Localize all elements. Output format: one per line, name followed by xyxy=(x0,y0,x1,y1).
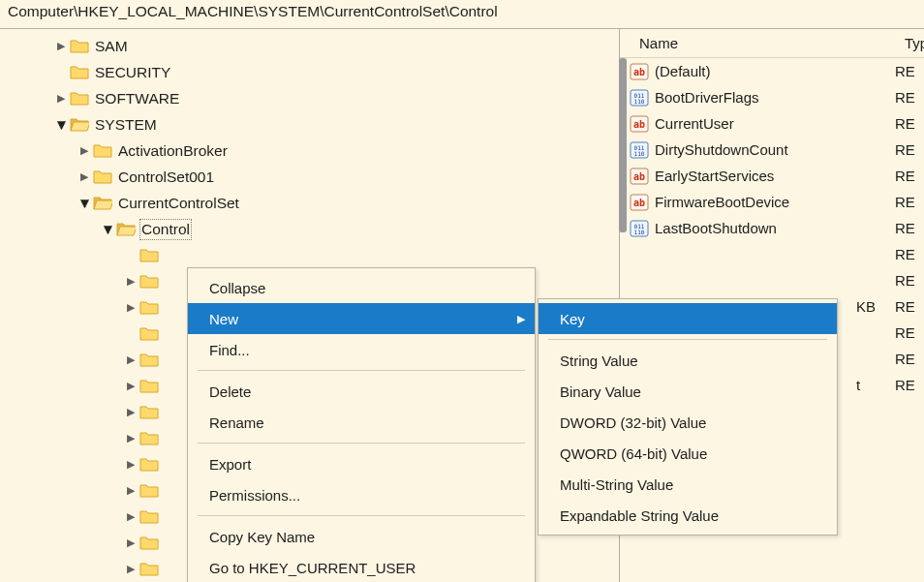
value-type: RE xyxy=(895,194,924,210)
submenu-item-string-value[interactable]: String Value xyxy=(539,345,837,376)
chevron-right-icon[interactable]: ▶ xyxy=(52,92,70,105)
folder-open-icon xyxy=(116,221,136,237)
chevron-right-icon[interactable]: ▶ xyxy=(76,144,93,157)
tree-item-child[interactable] xyxy=(0,242,619,268)
scrollbar-thumb[interactable] xyxy=(619,58,627,232)
menu-item-label: String Value xyxy=(560,352,638,369)
tree-label: ControlSet001 xyxy=(118,168,214,186)
folder-icon xyxy=(139,456,159,473)
tree-item-sam[interactable]: ▶ SAM xyxy=(0,33,619,59)
value-row[interactable]: BootDriverFlagsRE xyxy=(620,84,924,110)
value-name: BootDriverFlags xyxy=(655,89,856,106)
menu-item-label: Permissions... xyxy=(209,487,300,504)
chevron-right-icon[interactable]: ▶ xyxy=(122,432,139,444)
folder-icon xyxy=(139,482,159,499)
context-menu[interactable]: CollapseNew▶Find...DeleteRenameExportPer… xyxy=(187,267,536,582)
value-name: DirtyShutdownCount xyxy=(655,141,856,158)
value-row[interactable]: EarlyStartServicesRE xyxy=(620,163,924,189)
tree-label: Control xyxy=(141,221,190,238)
chevron-right-icon[interactable]: ▶ xyxy=(52,40,70,52)
value-row[interactable]: CurrentUserRE xyxy=(620,110,924,137)
folder-icon xyxy=(139,352,159,368)
menu-item-rename[interactable]: Rename xyxy=(188,407,535,438)
chevron-right-icon[interactable]: ▶ xyxy=(122,406,139,418)
main-area: ▶ SAM SECURITY ▶ SOFTWARE ⯆ SYSTEM ▶ Act… xyxy=(0,29,924,582)
chevron-right-icon[interactable]: ▶ xyxy=(122,353,139,366)
string-value-icon xyxy=(630,115,649,133)
chevron-right-icon[interactable]: ▶ xyxy=(76,170,93,183)
chevron-down-icon[interactable]: ⯆ xyxy=(52,119,70,131)
folder-open-icon xyxy=(70,116,89,133)
tree-item-controlset001[interactable]: ▶ ControlSet001 xyxy=(0,164,619,190)
menu-separator xyxy=(198,515,525,516)
submenu-item-expandable-string-value[interactable]: Expandable String Value xyxy=(539,500,837,531)
menu-item-permissions[interactable]: Permissions... xyxy=(188,479,535,510)
chevron-down-icon[interactable]: ⯆ xyxy=(99,224,116,235)
menu-item-new[interactable]: New▶ xyxy=(188,303,535,334)
value-name: LastBootShutdown xyxy=(655,220,856,236)
string-value-icon xyxy=(630,63,649,80)
chevron-right-icon[interactable]: ▶ xyxy=(122,536,139,549)
tree-label: SYSTEM xyxy=(95,116,157,134)
menu-item-label: Delete xyxy=(209,383,251,400)
tree-item-security[interactable]: SECURITY xyxy=(0,59,619,85)
address-bar[interactable]: Computer\HKEY_LOCAL_MACHINE\SYSTEM\Curre… xyxy=(0,0,924,29)
submenu-item-key[interactable]: Key xyxy=(539,303,837,334)
menu-item-label: Export xyxy=(209,456,251,473)
tree-item-control[interactable]: ⯆ Control xyxy=(0,216,619,242)
value-row[interactable]: DirtyShutdownCountRE xyxy=(620,137,924,163)
tree-label: CurrentControlSet xyxy=(118,195,239,212)
value-row[interactable]: LastBootShutdownRE xyxy=(620,215,924,241)
chevron-right-icon[interactable]: ▶ xyxy=(122,510,139,523)
menu-item-find[interactable]: Find... xyxy=(188,334,535,365)
folder-icon xyxy=(139,535,159,551)
submenu-item-dword-32-bit-value[interactable]: DWORD (32-bit) Value xyxy=(539,407,837,438)
value-extra: t xyxy=(856,377,895,393)
context-submenu-new[interactable]: KeyString ValueBinary ValueDWORD (32-bit… xyxy=(538,298,838,536)
chevron-down-icon[interactable]: ⯆ xyxy=(76,198,93,209)
chevron-right-icon[interactable]: ▶ xyxy=(122,458,139,471)
menu-item-export[interactable]: Export xyxy=(188,448,535,479)
column-header-name[interactable]: Name xyxy=(630,31,895,55)
column-header-type[interactable]: Typ xyxy=(895,31,924,55)
chevron-right-icon[interactable]: ▶ xyxy=(122,301,139,314)
menu-item-collapse[interactable]: Collapse xyxy=(188,272,535,303)
folder-icon xyxy=(139,404,159,420)
value-row[interactable]: (Default)RE xyxy=(620,58,924,84)
value-row[interactable]: FirmwareBootDeviceRE xyxy=(620,189,924,215)
chevron-right-icon[interactable]: ▶ xyxy=(122,380,139,392)
chevron-right-icon[interactable]: ▶ xyxy=(122,484,139,497)
value-type: RE xyxy=(895,89,924,106)
binary-value-icon xyxy=(630,141,649,159)
value-icon xyxy=(630,272,649,290)
menu-item-copy-key-name[interactable]: Copy Key Name xyxy=(188,521,535,552)
chevron-right-icon[interactable]: ▶ xyxy=(122,563,139,575)
menu-item-delete[interactable]: Delete xyxy=(188,376,535,407)
value-type: RE xyxy=(895,63,924,79)
menu-item-label: Go to HKEY_CURRENT_USER xyxy=(209,560,416,576)
folder-icon xyxy=(70,64,89,80)
submenu-item-multi-string-value[interactable]: Multi-String Value xyxy=(539,469,837,500)
folder-open-icon xyxy=(93,195,112,211)
list-header: Name Typ xyxy=(620,29,924,58)
value-name: CurrentUser xyxy=(655,115,856,132)
chevron-right-icon[interactable]: ▶ xyxy=(122,275,139,288)
tree-item-system[interactable]: ⯆ SYSTEM xyxy=(0,111,619,138)
menu-item-label: QWORD (64-bit) Value xyxy=(560,445,707,462)
submenu-item-binary-value[interactable]: Binary Value xyxy=(539,376,837,407)
folder-icon xyxy=(139,299,159,316)
tree-label: SOFTWARE xyxy=(95,90,179,107)
value-row[interactable]: RE xyxy=(620,267,924,293)
folder-icon xyxy=(70,90,89,107)
submenu-item-qword-64-bit-value[interactable]: QWORD (64-bit) Value xyxy=(539,438,837,469)
value-name: EarlyStartServices xyxy=(655,168,856,184)
tree-item-activationbroker[interactable]: ▶ ActivationBroker xyxy=(0,138,619,164)
value-row[interactable]: RE xyxy=(620,241,924,267)
menu-item-go-to-hkey-current-user[interactable]: Go to HKEY_CURRENT_USER xyxy=(188,552,535,582)
address-text: Computer\HKEY_LOCAL_MACHINE\SYSTEM\Curre… xyxy=(8,3,498,19)
folder-icon xyxy=(70,38,89,54)
folder-icon xyxy=(93,168,112,185)
value-icon xyxy=(630,246,649,263)
tree-item-currentcontrolset[interactable]: ⯆ CurrentControlSet xyxy=(0,190,619,216)
tree-item-software[interactable]: ▶ SOFTWARE xyxy=(0,85,619,111)
